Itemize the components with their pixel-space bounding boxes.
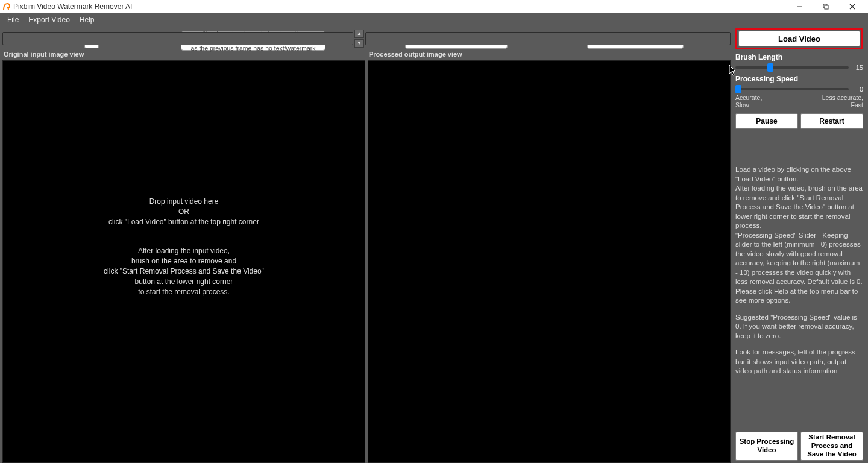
load-video-button[interactable]: Load Video xyxy=(738,31,860,46)
side-panel: Load Video Brush Length 15 Processing Sp… xyxy=(733,55,866,463)
brush-length-label: Brush Length xyxy=(735,53,863,61)
svg-rect-2 xyxy=(825,5,828,9)
menubar: File Export Video Help xyxy=(0,13,868,27)
app-logo-icon xyxy=(2,2,11,11)
spinner-up-button[interactable]: ▲ xyxy=(354,30,364,38)
frame-spinner: ▲ ▼ xyxy=(354,30,364,48)
processed-view-label: Processed output image view xyxy=(368,51,731,60)
processing-speed-value: 0 xyxy=(852,86,863,93)
view-labels: Original input image view Processed outp… xyxy=(2,51,731,60)
left-pane: ▲ ▼ Original input image view Processed … xyxy=(0,55,733,463)
brush-length-value: 15 xyxy=(852,64,863,71)
processing-speed-thumb[interactable] xyxy=(735,85,741,93)
processing-speed-slider[interactable] xyxy=(735,88,849,90)
pause-button[interactable]: Pause xyxy=(735,113,798,129)
spinner-down-button[interactable]: ▼ xyxy=(354,39,364,48)
speed-caption-left: Accurate, Slow xyxy=(735,94,762,109)
drop-instructions: Drop input video here OR click "Load Vid… xyxy=(3,197,365,297)
menu-file[interactable]: File xyxy=(2,14,24,25)
original-view-label: Original input image view xyxy=(2,51,368,60)
load-video-highlight: Load Video xyxy=(735,28,863,49)
start-removal-button[interactable]: Start Removal Process and Save the Video xyxy=(800,432,863,461)
processed-canvas[interactable] xyxy=(368,60,731,463)
minimize-button[interactable] xyxy=(786,0,813,13)
help-text: Load a video by clicking on the above "L… xyxy=(735,165,863,383)
progress-input-right[interactable] xyxy=(365,32,731,45)
restart-button[interactable]: Restart xyxy=(800,113,863,129)
window-title: Pixbim Video Watermark Remover AI xyxy=(13,2,132,11)
processing-speed-label: Processing Speed xyxy=(735,75,863,83)
titlebar: Pixbim Video Watermark Remover AI xyxy=(0,0,868,13)
brush-length-thumb[interactable] xyxy=(767,63,773,72)
maximize-button[interactable] xyxy=(813,0,839,13)
menu-export-video[interactable]: Export Video xyxy=(24,14,75,25)
menu-help[interactable]: Help xyxy=(75,14,99,25)
path-inputs-row: ▲ ▼ xyxy=(2,27,731,51)
stop-processing-button[interactable]: Stop Processing Video xyxy=(735,432,798,461)
status-input-left[interactable] xyxy=(2,32,353,45)
original-canvas[interactable]: Drop input video here OR click "Load Vid… xyxy=(2,60,365,463)
speed-caption-right: Less accurate, Fast xyxy=(822,94,863,109)
close-button[interactable] xyxy=(839,0,866,13)
brush-length-slider[interactable] xyxy=(735,66,849,69)
